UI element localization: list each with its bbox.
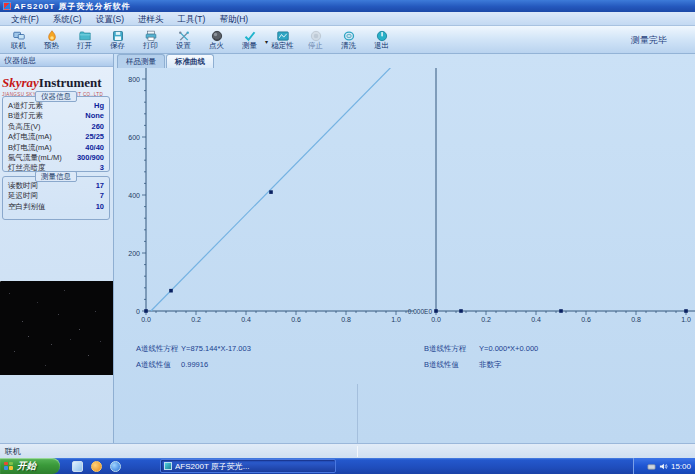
info-group-1: 测量信息读数时间17延迟时间7空白判别值10 <box>2 176 110 220</box>
tab-standard-curve[interactable]: 标准曲线 <box>166 54 214 68</box>
chart-B-data-point <box>434 309 438 313</box>
quick-launch-bar <box>72 460 121 472</box>
info-label: 氩气流量(mL/M) <box>8 153 62 163</box>
y-tick-label: 600 <box>128 134 140 141</box>
exit-button[interactable]: 退出 <box>365 26 398 53</box>
menu-item-2[interactable]: 设置(S) <box>89 13 131 25</box>
x-tick-label: 0.4 <box>531 316 541 323</box>
chart-A-data-point <box>169 289 173 293</box>
stability-button[interactable]: 稳定性 <box>266 26 299 53</box>
chart-B-data-point <box>684 309 688 313</box>
taskbar-app-button[interactable]: AFS200T 原子荧光... <box>160 459 336 473</box>
tab-sample-measure[interactable]: 样品测量 <box>117 54 165 68</box>
windows-flag-icon <box>4 462 14 471</box>
info-label: 空白判别值 <box>8 202 46 212</box>
info-value: None <box>85 111 104 121</box>
x-tick-label: 0.8 <box>341 316 351 323</box>
info-group-0: 仪器信息A道灯元素HgB道灯元素None负高压(V)260A灯电流(mA)25/… <box>2 96 110 172</box>
ignite-button[interactable]: 点火 <box>200 26 233 53</box>
save-label: 保存 <box>110 42 125 50</box>
x-tick-label: 0.6 <box>581 316 591 323</box>
camera-view <box>0 281 113 375</box>
stability-label: 稳定性 <box>271 42 294 50</box>
settings-label: 设置 <box>176 42 191 50</box>
x-tick-label: 1.0 <box>681 316 691 323</box>
connect-label: 联机 <box>11 42 26 50</box>
sidebar: 仪器信息 SkyrayInstrument JIANGSU SKYRAY INS… <box>0 54 114 443</box>
info-row: 延迟时间7 <box>3 191 109 201</box>
info-label: 读数时间 <box>8 181 38 191</box>
app-task-icon <box>164 462 172 470</box>
info-row: A道灯元素Hg <box>3 101 109 111</box>
settings-button[interactable]: 设置 <box>167 26 200 53</box>
chart-B-linearity-value: 非数字 <box>479 360 502 370</box>
menu-item-1[interactable]: 系统(C) <box>46 13 89 25</box>
open-label: 打开 <box>77 42 92 50</box>
preheat-label: 预热 <box>44 42 59 50</box>
browser-icon[interactable] <box>110 461 121 472</box>
system-tray: 15:00 <box>633 458 695 474</box>
print-label: 打印 <box>143 42 158 50</box>
status-text: 联机 <box>5 447 21 456</box>
clock[interactable]: 15:00 <box>671 462 691 471</box>
info-row: B道灯元素None <box>3 111 109 121</box>
messenger-icon[interactable] <box>91 461 102 472</box>
info-value: 10 <box>96 202 104 212</box>
menu-item-3[interactable]: 进样头 <box>131 13 171 25</box>
chart-B-linearity-label: B道线性值 <box>424 360 459 370</box>
info-row: A灯电流(mA)25/25 <box>3 132 109 142</box>
menu-item-4[interactable]: 工具(T) <box>171 13 213 25</box>
chart-A-linearity-label: A道线性值 <box>136 360 171 370</box>
menu-item-0[interactable]: 文件(F) <box>4 13 46 25</box>
info-value: Hg <box>94 101 104 111</box>
y-tick-label: 200 <box>128 250 140 257</box>
info-value: 300/900 <box>77 153 104 163</box>
info-label: 负高压(V) <box>8 122 41 132</box>
group-title-1: 测量信息 <box>35 171 77 182</box>
group-title-0: 仪器信息 <box>35 91 77 102</box>
info-row: 空白判别值10 <box>3 202 109 212</box>
measure-button[interactable]: 测量▾ <box>233 26 266 53</box>
info-row: 负高压(V)260 <box>3 122 109 132</box>
save-button[interactable]: 保存 <box>101 26 134 53</box>
toolbar: 联机预热打开保存打印设置点火测量▾稳定性停止清洗退出 <box>0 26 695 54</box>
open-button[interactable]: 打开 <box>68 26 101 53</box>
x-tick-label: 0.2 <box>191 316 201 323</box>
chart-A-fit-line <box>151 68 396 311</box>
start-button[interactable]: 开始 <box>0 458 60 474</box>
info-row: 氩气流量(mL/M)300/900 <box>3 153 109 163</box>
start-label: 开始 <box>17 460 36 473</box>
info-label: B灯电流(mA) <box>8 143 52 153</box>
chart-B-equation-value: Y=0.000*X+0.000 <box>479 344 538 353</box>
chart-A-data-point <box>144 309 148 313</box>
clean-button[interactable]: 清洗 <box>332 26 365 53</box>
info-value: 25/25 <box>85 132 104 142</box>
connect-button[interactable]: 联机 <box>2 26 35 53</box>
info-value: 17 <box>96 181 104 191</box>
measure-status-text: 测量完毕 <box>631 34 667 47</box>
menu-item-5[interactable]: 帮助(H) <box>212 13 255 25</box>
clean-label: 清洗 <box>341 42 356 50</box>
x-tick-label: 0.0 <box>431 316 441 323</box>
chart-A-equation-label: A道线性方程 <box>136 344 179 354</box>
info-value: 7 <box>100 191 104 201</box>
volume-icon[interactable] <box>659 462 668 471</box>
app-window: AFS200T 原子荧光分析软件 文件(F)系统(C)设置(S)进样头工具(T)… <box>0 0 695 474</box>
status-bar: 联机 <box>0 443 695 458</box>
app-icon <box>3 2 11 10</box>
desktop-icon[interactable] <box>72 461 83 472</box>
task-button-label: AFS200T 原子荧光... <box>175 461 250 472</box>
y-tick-label: 400 <box>128 192 140 199</box>
preheat-button[interactable]: 预热 <box>35 26 68 53</box>
print-button[interactable]: 打印 <box>134 26 167 53</box>
title-bar[interactable]: AFS200T 原子荧光分析软件 <box>0 0 695 12</box>
window-title: AFS200T 原子荧光分析软件 <box>14 1 130 12</box>
menu-bar: 文件(F)系统(C)设置(S)进样头工具(T)帮助(H) <box>0 12 695 26</box>
chart-B-data-point <box>459 309 463 313</box>
y-tick-label: 0 <box>136 308 140 315</box>
device-icon[interactable] <box>647 462 656 471</box>
statusbar-divider <box>357 446 358 457</box>
panel-divider <box>357 384 358 443</box>
y-tick-label: 800 <box>128 76 140 83</box>
sidebar-header: 仪器信息 <box>0 54 113 67</box>
